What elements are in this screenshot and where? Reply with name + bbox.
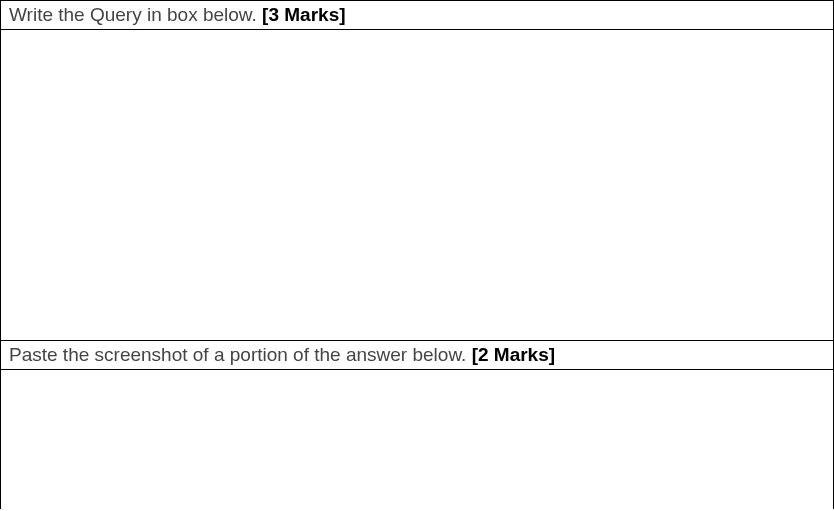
screenshot-answer-area[interactable]: [1, 370, 834, 509]
query-marks-label: [3 Marks]: [262, 4, 345, 25]
screenshot-instruction-text: Paste the screenshot of a portion of the…: [9, 344, 472, 365]
screenshot-marks-label: [2 Marks]: [472, 344, 555, 365]
worksheet-table: Write the Query in box below. [3 Marks] …: [0, 0, 834, 509]
query-instruction-text: Write the Query in box below.: [9, 4, 262, 25]
query-answer-area[interactable]: [1, 30, 834, 341]
query-header-cell: Write the Query in box below. [3 Marks]: [1, 1, 834, 30]
screenshot-header-cell: Paste the screenshot of a portion of the…: [1, 341, 834, 370]
